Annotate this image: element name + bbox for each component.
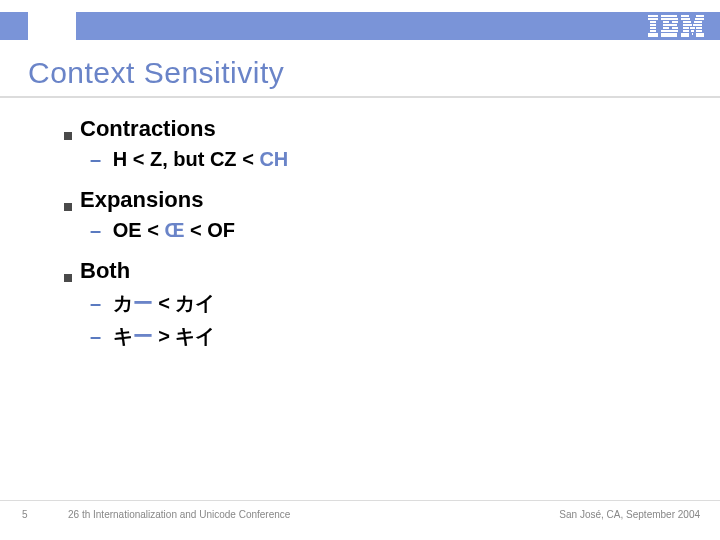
svg-rect-14 [663, 27, 669, 29]
bullet-contractions: Contractions [64, 116, 720, 142]
slide-footer: 5 26 th Internationalization and Unicode… [0, 500, 720, 520]
svg-rect-22 [695, 18, 704, 20]
svg-rect-37 [696, 35, 704, 37]
svg-rect-31 [691, 30, 694, 32]
text-fragment-highlight: ー [133, 292, 153, 314]
svg-rect-30 [683, 30, 689, 32]
text-fragment: but CZ < [168, 148, 260, 170]
bullet-heading: Both [80, 258, 130, 284]
text-fragment: > キイ [153, 325, 216, 347]
svg-rect-16 [661, 30, 678, 32]
svg-rect-35 [696, 33, 704, 35]
header-bar [0, 12, 720, 40]
sub-item: – カー < カイ [90, 290, 720, 317]
slide-title: Context Sensitivity [28, 56, 720, 90]
sub-item: – OE < Œ < OF [90, 219, 720, 242]
svg-rect-17 [661, 33, 677, 35]
svg-rect-33 [681, 33, 689, 35]
svg-rect-6 [648, 33, 658, 35]
svg-rect-15 [672, 27, 678, 29]
ibm-logo-icon [648, 15, 704, 37]
svg-rect-34 [692, 33, 693, 35]
sub-item: – H < Z, but CZ < CH [90, 148, 720, 171]
dash-icon: – [90, 148, 101, 170]
svg-rect-2 [650, 21, 656, 23]
svg-rect-21 [681, 18, 690, 20]
svg-rect-27 [683, 27, 689, 29]
text-fragment: < カイ [153, 292, 216, 314]
svg-rect-4 [650, 27, 656, 29]
footer-location: San José, CA, September 2004 [559, 509, 700, 520]
text-fragment: H < Z, [113, 148, 168, 170]
text-fragment-highlight: CH [259, 148, 288, 170]
page-number: 5 [22, 509, 28, 520]
square-bullet-icon [64, 132, 72, 140]
bullet-heading: Contractions [80, 116, 216, 142]
svg-rect-36 [681, 35, 689, 37]
text-fragment: < OF [184, 219, 235, 241]
svg-rect-20 [696, 15, 704, 17]
svg-rect-26 [693, 24, 702, 26]
square-bullet-icon [64, 274, 72, 282]
top-strip [0, 0, 720, 12]
svg-rect-8 [648, 35, 658, 37]
bullet-expansions: Expansions [64, 187, 720, 213]
svg-rect-10 [661, 18, 678, 20]
dash-icon: – [90, 325, 101, 347]
footer-divider [0, 500, 720, 501]
svg-rect-9 [661, 15, 677, 17]
footer-conference: 26 th Internationalization and Unicode C… [68, 509, 290, 520]
svg-rect-28 [690, 27, 695, 29]
text-fragment: カ [113, 292, 133, 314]
dash-icon: – [90, 292, 101, 314]
title-underline [0, 96, 720, 98]
header-tab [28, 12, 76, 40]
sub-item: – キー > キイ [90, 323, 720, 350]
text-fragment: OE < [113, 219, 165, 241]
svg-rect-18 [661, 35, 677, 37]
svg-rect-3 [650, 24, 656, 26]
svg-rect-29 [696, 27, 702, 29]
dash-icon: – [90, 219, 101, 241]
svg-rect-13 [663, 24, 677, 26]
slide-content: Contractions – H < Z, but CZ < CH Expans… [64, 116, 720, 350]
bullet-heading: Expansions [80, 187, 203, 213]
bullet-both: Both [64, 258, 720, 284]
text-fragment: キ [113, 325, 133, 347]
svg-rect-24 [694, 21, 702, 23]
square-bullet-icon [64, 203, 72, 211]
svg-rect-19 [681, 15, 689, 17]
svg-rect-32 [696, 30, 702, 32]
svg-rect-23 [683, 21, 691, 23]
svg-rect-25 [683, 24, 692, 26]
svg-rect-5 [650, 30, 656, 32]
text-fragment-highlight: ー [133, 325, 153, 347]
text-fragment-highlight: Œ [164, 219, 184, 241]
svg-rect-0 [648, 15, 658, 17]
svg-rect-11 [663, 21, 669, 23]
svg-rect-1 [648, 18, 658, 20]
svg-rect-12 [672, 21, 678, 23]
